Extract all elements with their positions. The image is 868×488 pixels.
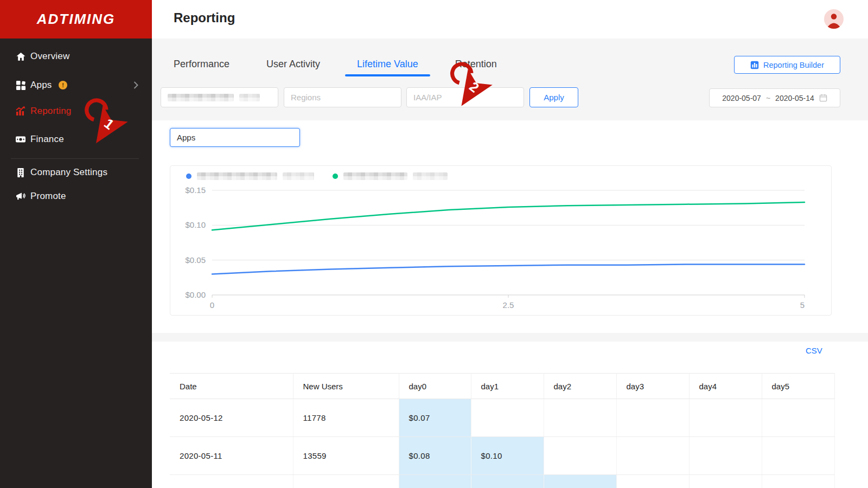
redacted-app-name: [168, 94, 234, 101]
section-gap: [152, 333, 868, 342]
csv-export-link[interactable]: CSV: [806, 346, 822, 355]
reporting-builder-label: Reporting Builder: [763, 61, 824, 69]
table-row: 2020-05-1113559$0.08$0.10: [170, 437, 834, 475]
company-building-icon: [15, 167, 26, 178]
date-start: 2020-05-07: [722, 94, 761, 102]
svg-text:5: 5: [800, 300, 805, 310]
apply-button[interactable]: Apply: [529, 87, 578, 107]
table-cell: 11778: [293, 399, 399, 437]
table-cell: [170, 475, 293, 488]
table-cell: [689, 475, 762, 488]
date-separator: ~: [766, 94, 770, 102]
sidebar-item-finance[interactable]: Finance: [0, 129, 152, 150]
table-header-cell: day2: [544, 374, 616, 399]
table-cell: [689, 437, 762, 475]
tab-user-activity[interactable]: User Activity: [266, 50, 320, 78]
sidebar-item-overview[interactable]: Overview: [0, 46, 152, 67]
table-cell: $0.10: [471, 437, 544, 475]
table-cell: 13559: [293, 437, 399, 475]
report-tabs: Performance User Activity Lifetime Value…: [174, 50, 497, 78]
date-range-picker[interactable]: 2020-05-07 ~ 2020-05-14: [709, 88, 840, 107]
date-end: 2020-05-14: [775, 94, 814, 102]
table-cell: [762, 475, 834, 488]
chart-legend: [186, 171, 448, 181]
reporting-builder-button[interactable]: Reporting Builder: [734, 56, 840, 74]
app-root: ADTIMING Overview Apps !: [0, 0, 868, 488]
table-cell: [544, 437, 616, 475]
table-cell: [544, 399, 616, 437]
sidebar-item-reporting[interactable]: Reporting: [0, 100, 152, 122]
home-icon: [15, 51, 26, 62]
calendar-icon: [819, 94, 827, 102]
top-header: Reporting: [152, 0, 868, 38]
apps-grid-icon: [15, 80, 26, 91]
table-row: [170, 475, 834, 488]
table-cell: [762, 399, 834, 437]
sidebar-item-apps[interactable]: Apps !: [0, 74, 152, 96]
svg-text:2.5: 2.5: [503, 300, 514, 310]
redacted-legend-label[interactable]: [283, 172, 314, 180]
regions-input[interactable]: [284, 87, 401, 107]
table-cell: [616, 399, 689, 437]
breakdown-select[interactable]: Apps: [170, 128, 300, 147]
table-header-cell: day4: [689, 374, 762, 399]
tab-lifetime-value[interactable]: Lifetime Value: [357, 50, 418, 78]
table-header-cell: day0: [399, 374, 471, 399]
chevron-right-icon: [133, 81, 138, 91]
svg-text:$0.15: $0.15: [185, 185, 206, 195]
sidebar-item-promote[interactable]: Promote: [0, 185, 152, 207]
redacted-legend-label[interactable]: [343, 172, 407, 180]
ltv-chart-card: $0.00$0.05$0.10$0.1502.55: [170, 165, 832, 316]
table-cell: [471, 475, 544, 488]
table-header-cell: New Users: [293, 374, 399, 399]
table-cell: [616, 437, 689, 475]
sidebar-item-label: Company Settings: [30, 167, 107, 178]
svg-text:$0.00: $0.00: [185, 290, 206, 299]
table-cell: [762, 437, 834, 475]
table-header-cell: day5: [762, 374, 834, 399]
legend-dot-green: [333, 174, 338, 179]
redacted-legend-label[interactable]: [413, 172, 448, 180]
table-cell: 2020-05-11: [170, 437, 293, 475]
ltv-line-chart: $0.00$0.05$0.10$0.1502.55: [170, 183, 831, 313]
ltv-table: DateNew Usersday0day1day2day3day4day5202…: [170, 373, 835, 488]
table-row: 2020-05-1211778$0.07: [170, 399, 834, 437]
sidebar-divider: [11, 158, 139, 159]
finance-icon: [15, 134, 26, 145]
iaa-iap-input[interactable]: [406, 87, 524, 107]
sidebar-item-label: Finance: [30, 134, 64, 145]
brand-logo[interactable]: ADTIMING: [0, 0, 152, 38]
redacted-app-name-2: [239, 94, 260, 101]
svg-text:0: 0: [210, 300, 214, 310]
table-cell: $0.07: [399, 399, 471, 437]
sidebar-item-label: Promote: [30, 191, 66, 202]
tab-performance[interactable]: Performance: [174, 50, 229, 78]
redacted-legend-label[interactable]: [197, 172, 277, 180]
table-header-cell: day3: [616, 374, 689, 399]
apps-warning-badge: !: [59, 81, 67, 89]
sidebar-item-company-settings[interactable]: Company Settings: [0, 162, 152, 183]
sidebar: ADTIMING Overview Apps !: [0, 0, 152, 488]
sidebar-item-label: Apps: [30, 80, 52, 91]
tab-retention[interactable]: Retention: [455, 50, 497, 78]
table-cell: 2020-05-12: [170, 399, 293, 437]
app-filter-select[interactable]: [161, 87, 278, 107]
table-cell: [616, 475, 689, 488]
page-title: Reporting: [174, 10, 235, 25]
person-icon: [824, 9, 844, 29]
sidebar-item-label: Reporting: [30, 106, 72, 117]
svg-text:$0.10: $0.10: [185, 220, 206, 229]
table-cell: [293, 475, 399, 488]
sidebar-item-label: Overview: [30, 51, 69, 62]
adtiming-logo: ADTIMING: [37, 11, 116, 28]
megaphone-icon: [15, 191, 26, 202]
table-cell: $0.08: [399, 437, 471, 475]
bar-chart-icon: [750, 61, 759, 69]
table-cell: [471, 399, 544, 437]
user-avatar[interactable]: [824, 9, 844, 29]
report-chart-icon: [15, 106, 26, 117]
svg-text:$0.05: $0.05: [185, 255, 206, 265]
table-cell: [689, 399, 762, 437]
legend-dot-blue: [186, 174, 192, 179]
table-cell: [399, 475, 471, 488]
